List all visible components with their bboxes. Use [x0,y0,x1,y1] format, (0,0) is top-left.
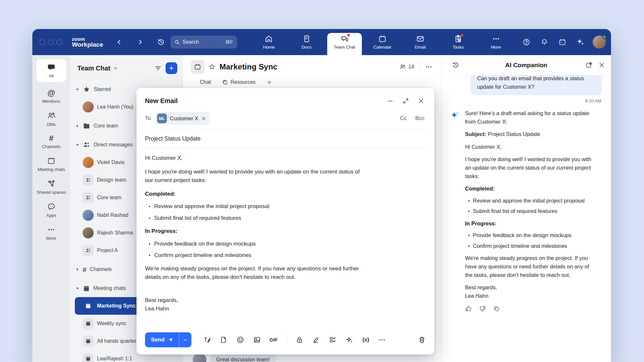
thumbs-up-icon[interactable] [465,305,472,312]
attach-file-icon[interactable] [220,336,228,344]
hash-icon: # [83,266,87,273]
in-progress-label: In Progress: [145,227,368,236]
completed-list: Review and approve the initial project p… [147,202,368,222]
calendar-date-icon[interactable] [557,37,568,48]
user-avatar[interactable] [593,36,606,49]
ai-companion-sparkle-icon[interactable] [575,37,586,48]
send-options-button[interactable] [179,332,191,347]
search-shortcut: ⌘F [225,39,233,45]
tab-add-button[interactable] [266,80,272,85]
copy-icon[interactable] [493,305,500,312]
tab-resources[interactable]: Resources [222,79,255,85]
notifications-bell-icon[interactable] [539,37,550,48]
primary-navigation: Home Docs Team Chat [250,29,515,55]
ai-subject-line: Subject: Project Status Update [465,130,596,139]
history-icon[interactable] [155,37,167,48]
close-icon[interactable] [418,98,425,104]
search-input[interactable]: Search ⌘F [170,36,237,49]
completed-label: Completed: [465,185,596,193]
ai-history-icon[interactable] [450,60,461,71]
nav-home[interactable]: Home [250,29,288,55]
emoji-icon[interactable] [236,336,244,344]
open-in-new-window-icon[interactable] [586,62,592,68]
email-intro: I hope you're doing well! I wanted to pr… [145,168,368,185]
help-icon[interactable] [521,37,532,48]
calendar-icon [378,35,387,43]
in-progress-list: Provide feedback on the design mockups C… [147,240,368,260]
signature-icon[interactable] [312,336,320,344]
traffic-close-button[interactable] [40,39,45,45]
email-greeting: Hi Customer X, [465,143,596,151]
gif-button[interactable]: GIF [270,337,278,342]
close-icon[interactable] [598,62,605,68]
toolbar-more-icon[interactable] [378,336,386,344]
rail-item-shared-spaces[interactable]: Shared spaces [36,179,66,195]
new-email-modal: New Email To ML Customer X Cc Bcc [137,88,434,354]
thumbs-down-icon[interactable] [479,305,486,312]
tasks-icon [454,35,462,43]
traffic-zoom-button[interactable] [56,39,62,45]
nav-more[interactable]: More [477,29,515,55]
nav-docs[interactable]: Docs [288,29,326,55]
email-closing: We're making steady progress on the proj… [465,254,596,279]
rail-item-mentions[interactable]: @ Mentions [36,89,66,104]
rail-item-meeting-chats[interactable]: Meeting chats [36,157,66,173]
bcc-button[interactable]: Bcc [415,115,425,122]
apps-icon [47,202,56,211]
minimize-icon[interactable] [387,98,394,104]
member-count[interactable]: 14 [399,64,414,70]
completed-label: Completed: [145,190,368,199]
rail-item-all[interactable]: All [36,59,66,82]
rail-item-channels[interactable]: # Channels [36,134,66,150]
forward-icon[interactable] [135,37,146,48]
avatar [83,157,94,168]
email-body-editor[interactable]: Hi Customer X, I hope you're doing well!… [137,148,378,313]
plus-icon [169,65,174,71]
people-icon [47,111,56,120]
tab-chat[interactable]: Chat [200,79,211,85]
star-outline-icon[interactable] [208,63,216,70]
group-icon [83,245,94,256]
expand-icon[interactable] [402,98,409,104]
ai-response-intro: Sure! Here's a draft email asking for a … [465,109,596,126]
chevron-down-icon[interactable] [113,66,118,71]
rail-item-more[interactable]: More [36,225,66,241]
nav-tasks[interactable]: Tasks [439,29,477,55]
list-item: Provide feedback on the design mockups [466,231,596,240]
variable-button[interactable]: {x} [362,337,369,343]
discard-trash-icon[interactable] [418,336,426,344]
caret-down-icon [75,143,79,147]
nav-calendar[interactable]: Calendar [363,29,401,55]
shared-spaces-icon [47,179,56,188]
new-chat-button[interactable] [166,62,177,74]
ai-sparkle-icon[interactable] [346,336,353,344]
traffic-minimize-button[interactable] [48,39,54,45]
group-icon [83,192,94,203]
zoom-workplace-window: zoom Workplace Search ⌘F [32,29,611,362]
top-bar: zoom Workplace Search ⌘F [32,29,611,55]
nav-team-chat[interactable]: Team Chat [326,29,363,55]
send-button[interactable]: Send [145,332,179,347]
nav-email[interactable]: Email [401,29,439,55]
recipient-chip[interactable]: ML Customer X [155,112,209,125]
meeting-icon [83,318,94,329]
cc-button[interactable]: Cc [400,115,407,122]
encrypt-lock-icon[interactable] [296,336,303,344]
template-layout-icon[interactable] [329,336,337,344]
email-greeting: Hi Customer X, [145,154,368,163]
image-icon[interactable] [253,336,261,344]
chat-more-icon[interactable] [425,63,433,71]
chat-filled-icon [47,63,56,71]
filter-icon[interactable] [154,65,162,72]
text-format-icon[interactable] [203,336,211,344]
plus-icon [266,80,272,85]
rail-item-apps[interactable]: Apps [36,202,66,219]
subject-field[interactable]: Project Status Update [137,130,434,148]
team-chat-notification-dot [346,33,350,37]
rail-item-dms[interactable]: DMs [36,111,66,128]
response-feedback [465,305,596,312]
ai-companion-logo-icon [450,110,460,120]
email-icon [416,35,425,43]
remove-recipient-icon[interactable] [201,116,206,121]
back-icon[interactable] [114,37,125,48]
